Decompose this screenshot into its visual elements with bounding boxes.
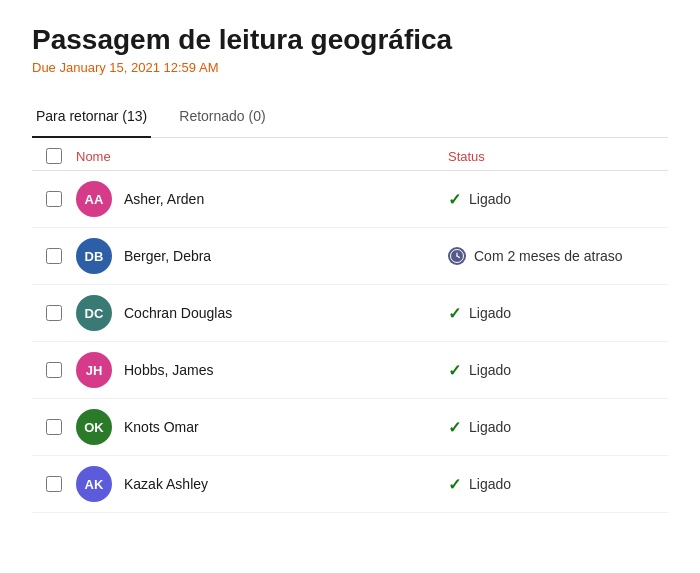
row-status-col: ✓Ligado (448, 361, 668, 380)
status-cell: ✓Ligado (448, 475, 668, 494)
person-name: Asher, Arden (124, 191, 204, 207)
name-col-inner: AKKazak Ashley (76, 466, 448, 502)
status-cell: ✓Ligado (448, 361, 668, 380)
table-body: AAAsher, Arden✓LigadoDBBerger, Debra Com… (32, 171, 668, 513)
tab-para-retornar-label: Para retornar (13) (36, 108, 147, 124)
name-col-inner: DBBerger, Debra (76, 238, 448, 274)
row-checkbox[interactable] (46, 419, 62, 435)
header-status-col: Status (448, 149, 668, 164)
row-check-col (32, 305, 76, 321)
row-name-col: AKKazak Ashley (76, 466, 448, 502)
status-cell: ✓Ligado (448, 190, 668, 209)
row-checkbox[interactable] (46, 362, 62, 378)
page-container: Passagem de leitura geográfica Due Janua… (0, 0, 700, 537)
page-title: Passagem de leitura geográfica (32, 24, 668, 56)
table-row: DCCochran Douglas✓Ligado (32, 285, 668, 342)
header-name-col: Nome (76, 149, 448, 164)
status-text: Com 2 meses de atraso (474, 248, 623, 264)
person-name: Cochran Douglas (124, 305, 232, 321)
row-check-col (32, 419, 76, 435)
row-check-col (32, 248, 76, 264)
row-status-col: Com 2 meses de atraso (448, 247, 668, 265)
svg-line-2 (457, 256, 460, 258)
row-name-col: JHHobbs, James (76, 352, 448, 388)
tab-para-retornar[interactable]: Para retornar (13) (32, 96, 151, 138)
row-checkbox[interactable] (46, 305, 62, 321)
table-row: JHHobbs, James✓Ligado (32, 342, 668, 399)
person-name: Hobbs, James (124, 362, 213, 378)
status-text: Ligado (469, 419, 511, 435)
check-icon: ✓ (448, 190, 461, 209)
avatar: JH (76, 352, 112, 388)
select-all-checkbox[interactable] (46, 148, 62, 164)
avatar: AK (76, 466, 112, 502)
tab-retornado-label: Retornado (0) (179, 108, 265, 124)
status-text: Ligado (469, 476, 511, 492)
avatar: AA (76, 181, 112, 217)
row-check-col (32, 476, 76, 492)
status-text: Ligado (469, 191, 511, 207)
row-name-col: AAAsher, Arden (76, 181, 448, 217)
avatar: DC (76, 295, 112, 331)
status-text: Ligado (469, 362, 511, 378)
row-checkbox[interactable] (46, 248, 62, 264)
row-check-col (32, 362, 76, 378)
row-name-col: DBBerger, Debra (76, 238, 448, 274)
status-cell: Com 2 meses de atraso (448, 247, 668, 265)
status-cell: ✓Ligado (448, 304, 668, 323)
row-status-col: ✓Ligado (448, 475, 668, 494)
name-col-inner: DCCochran Douglas (76, 295, 448, 331)
row-checkbox[interactable] (46, 191, 62, 207)
row-name-col: OKKnots Omar (76, 409, 448, 445)
status-text: Ligado (469, 305, 511, 321)
person-name: Berger, Debra (124, 248, 211, 264)
person-name: Kazak Ashley (124, 476, 208, 492)
table-row: AAAsher, Arden✓Ligado (32, 171, 668, 228)
row-name-col: DCCochran Douglas (76, 295, 448, 331)
row-status-col: ✓Ligado (448, 304, 668, 323)
table-row: DBBerger, Debra Com 2 meses de atraso (32, 228, 668, 285)
table-row: AKKazak Ashley✓Ligado (32, 456, 668, 513)
row-status-col: ✓Ligado (448, 418, 668, 437)
name-col-inner: AAAsher, Arden (76, 181, 448, 217)
header-check-col (32, 148, 76, 164)
check-icon: ✓ (448, 418, 461, 437)
tab-retornado[interactable]: Retornado (0) (175, 96, 269, 138)
row-checkbox[interactable] (46, 476, 62, 492)
table-header: Nome Status (32, 138, 668, 171)
clock-icon (448, 247, 466, 265)
name-col-inner: OKKnots Omar (76, 409, 448, 445)
check-icon: ✓ (448, 361, 461, 380)
tabs-bar: Para retornar (13) Retornado (0) (32, 95, 668, 138)
avatar: OK (76, 409, 112, 445)
due-date: Due January 15, 2021 12:59 AM (32, 60, 668, 75)
row-check-col (32, 191, 76, 207)
name-col-inner: JHHobbs, James (76, 352, 448, 388)
table-row: OKKnots Omar✓Ligado (32, 399, 668, 456)
row-status-col: ✓Ligado (448, 190, 668, 209)
avatar: DB (76, 238, 112, 274)
check-icon: ✓ (448, 304, 461, 323)
check-icon: ✓ (448, 475, 461, 494)
person-name: Knots Omar (124, 419, 199, 435)
status-cell: ✓Ligado (448, 418, 668, 437)
